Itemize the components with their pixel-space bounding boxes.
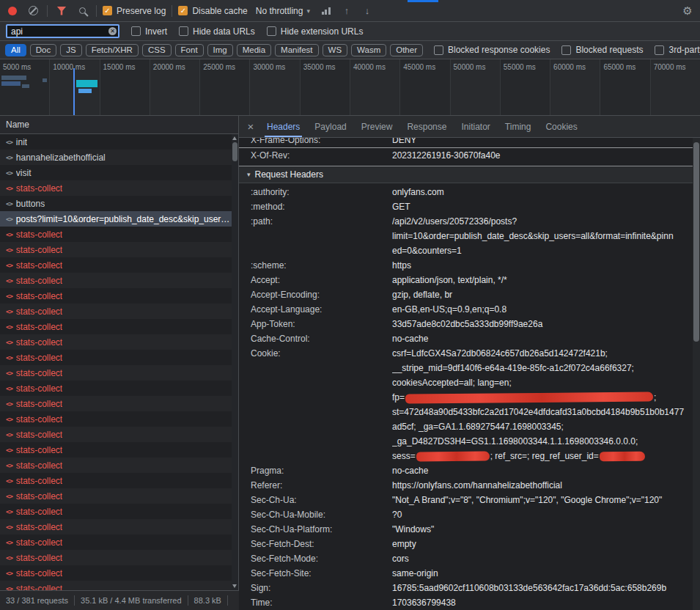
request-name: stats-collect <box>16 245 62 255</box>
request-row[interactable]: <>stats-collect <box>0 334 238 350</box>
export-har-button[interactable]: ↓ <box>359 3 375 19</box>
request-row[interactable]: <>stats-collect <box>0 227 238 242</box>
header-row: Pragma:no-cache <box>239 463 700 478</box>
tab-preview[interactable]: Preview <box>354 116 400 137</box>
request-row[interactable]: <>stats-collect <box>0 457 238 473</box>
settings-button[interactable]: ⚙ <box>679 3 696 19</box>
network-conditions-button[interactable] <box>318 3 334 19</box>
filter-chip-all[interactable]: All <box>5 44 26 56</box>
name-column-header[interactable]: Name <box>0 116 238 134</box>
filter-chip-js[interactable]: JS <box>60 44 81 56</box>
header-value-line: 1703636799438 <box>392 595 691 610</box>
filter-checkbox-3rd-party-requests[interactable]: 3rd-party requests <box>655 45 700 55</box>
request-row[interactable]: <>posts?limit=10&order=publish_date_desc… <box>0 211 238 227</box>
timeline-label: 55000 ms <box>504 63 536 71</box>
request-row[interactable]: <>stats-collect <box>0 273 238 288</box>
details-scrollbar[interactable] <box>693 138 700 610</box>
filter-toggle-button[interactable] <box>54 3 70 19</box>
request-row[interactable]: <>stats-collect <box>0 319 238 334</box>
filter-input[interactable] <box>6 24 119 38</box>
scrollbar-thumb[interactable] <box>232 142 237 161</box>
request-row[interactable]: <>stats-collect <box>0 581 238 590</box>
filter-chip-img[interactable]: Img <box>207 44 233 56</box>
request-name: stats-collect <box>16 383 62 394</box>
request-row[interactable]: <>visit <box>0 165 238 180</box>
header-value-line: GET <box>392 199 691 214</box>
header-value-line: empty <box>392 537 691 551</box>
request-row[interactable]: <>stats-collect <box>0 473 238 488</box>
hide-data-urls-toggle[interactable]: Hide data URLs <box>179 26 255 37</box>
filter-chip-wasm[interactable]: Wasm <box>351 44 386 56</box>
request-row[interactable]: <>stats-collect <box>0 519 238 534</box>
tab-headers[interactable]: Headers <box>259 116 307 137</box>
tab-cookies[interactable]: Cookies <box>538 116 584 137</box>
timeline-label: 40000 ms <box>353 63 386 71</box>
clear-button[interactable] <box>25 3 41 19</box>
header-value: 16785:5aad9602cf110608b03133de563642fac1… <box>392 581 700 595</box>
request-row[interactable]: <>stats-collect <box>0 304 238 319</box>
filter-chip-css[interactable]: CSS <box>142 44 172 56</box>
scroll-down-arrow-icon[interactable] <box>232 584 237 588</box>
request-row[interactable]: <>init <box>0 134 238 150</box>
request-row[interactable]: <>hannahelizabethofficial <box>0 150 238 165</box>
request-row[interactable]: <>stats-collect <box>0 350 238 365</box>
timeline-column: 30000 ms <box>249 59 299 115</box>
clear-filter-icon[interactable]: ✕ <box>108 27 117 35</box>
header-row: Sec-Fetch-Site:same-origin <box>239 566 700 581</box>
search-button[interactable] <box>74 3 90 19</box>
request-row[interactable]: <>stats-collect <box>0 488 238 504</box>
close-details-button[interactable]: × <box>242 120 259 133</box>
invert-toggle[interactable]: Invert <box>131 26 167 37</box>
file-icon: <> <box>6 523 12 531</box>
tab-payload[interactable]: Payload <box>307 116 353 137</box>
checkbox-unchecked-icon <box>131 26 141 36</box>
import-har-button[interactable]: ↑ <box>339 3 355 19</box>
file-icon: <> <box>6 185 12 192</box>
toolbar-separator <box>96 5 97 17</box>
request-row[interactable]: <>buttons <box>0 196 238 211</box>
request-row[interactable]: <>stats-collect <box>0 504 238 519</box>
request-row[interactable]: <>stats-collect <box>0 242 238 257</box>
request-row[interactable]: <>stats-collect <box>0 442 238 457</box>
filter-chip-media[interactable]: Media <box>237 44 271 56</box>
request-name: stats-collect <box>16 460 62 471</box>
filter-checkbox-blocked-requests[interactable]: Blocked requests <box>561 45 643 55</box>
request-row[interactable]: <>stats-collect <box>0 411 238 427</box>
request-row[interactable]: <>stats-collect <box>0 534 238 550</box>
devtools-network-panel: ✓ Preserve log ✓ Disable cache No thrott… <box>0 0 700 610</box>
request-row[interactable]: <>stats-collect <box>0 381 238 396</box>
file-icon: <> <box>6 231 12 238</box>
filter-checkbox-blocked-response-cookies[interactable]: Blocked response cookies <box>434 45 550 55</box>
request-row[interactable]: <>stats-collect <box>0 180 238 196</box>
request-list-scrollbar[interactable] <box>232 134 238 590</box>
record-button[interactable] <box>4 3 21 19</box>
filter-chip-manifest[interactable]: Manifest <box>275 44 318 56</box>
tab-timing[interactable]: Timing <box>498 116 539 137</box>
throttling-select[interactable]: No throttling ▾ <box>252 4 314 18</box>
request-name: stats-collect <box>16 276 62 286</box>
request-row[interactable]: <>stats-collect <box>0 257 238 273</box>
network-overview-timeline[interactable]: 5000 ms10000 ms15000 ms20000 ms25000 ms3… <box>0 59 700 116</box>
request-row[interactable]: <>stats-collect <box>0 565 238 581</box>
request-headers-section-header[interactable]: ▾ Request Headers <box>239 166 700 183</box>
request-row[interactable]: <>stats-collect <box>0 365 238 381</box>
preserve-log-toggle[interactable]: ✓ Preserve log <box>103 6 166 16</box>
tab-response[interactable]: Response <box>399 116 454 137</box>
filter-chip-doc[interactable]: Doc <box>30 44 56 56</box>
header-value-line: gzip, deflate, br <box>392 287 691 302</box>
filter-chip-other[interactable]: Other <box>390 44 423 56</box>
request-row[interactable]: <>stats-collect <box>0 396 238 411</box>
hide-extension-urls-toggle[interactable]: Hide extension URLs <box>267 26 364 37</box>
filter-chip-font[interactable]: Font <box>175 44 204 56</box>
request-row[interactable]: <>stats-collect <box>0 550 238 565</box>
header-value-text: fp= <box>392 392 405 403</box>
details-scrollbar-thumb[interactable] <box>693 142 699 342</box>
header-row: Accept-Encoding:gzip, deflate, br <box>239 287 700 302</box>
filter-chip-fetch-xhr[interactable]: Fetch/XHR <box>86 44 139 56</box>
request-row[interactable]: <>stats-collect <box>0 288 238 304</box>
tab-initiator[interactable]: Initiator <box>454 116 497 137</box>
request-row[interactable]: <>stats-collect <box>0 427 238 442</box>
scroll-up-arrow-icon[interactable] <box>232 136 237 140</box>
filter-chip-ws[interactable]: WS <box>323 44 348 56</box>
disable-cache-toggle[interactable]: ✓ Disable cache <box>178 6 247 16</box>
